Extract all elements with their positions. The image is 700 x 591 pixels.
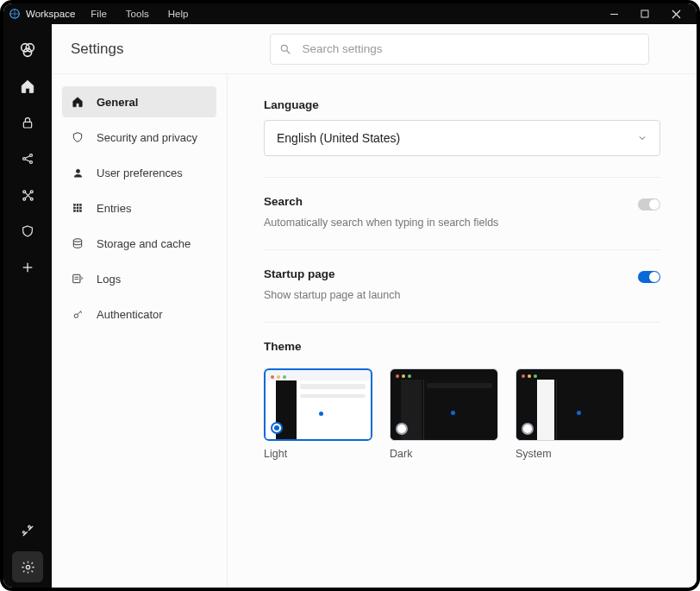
- section-theme: Theme Light: [264, 340, 660, 481]
- svg-line-22: [287, 50, 291, 53]
- svg-point-6: [26, 44, 34, 52]
- share-alt-icon: [21, 152, 34, 166]
- section-startup: Startup page Show startup page at launch: [264, 267, 660, 323]
- section-language: Language English (United States): [264, 98, 660, 178]
- sidebar-item-label: Logs: [97, 273, 121, 286]
- gear-icon: [21, 560, 35, 575]
- theme-thumb-light: [264, 368, 372, 441]
- main-area: Settings General Security and privacy: [52, 24, 697, 588]
- sidebar-item-logs[interactable]: Logs: [62, 263, 216, 294]
- settings-sidebar: General Security and privacy User prefer…: [52, 74, 228, 588]
- svg-rect-26: [80, 204, 82, 206]
- window-controls: [598, 3, 691, 24]
- search-toggle[interactable]: [638, 198, 660, 211]
- sidebar-item-label: Entries: [97, 202, 131, 215]
- topbar: Settings: [52, 24, 697, 74]
- sidebar-item-label: Security and privacy: [97, 131, 197, 144]
- rail-logo[interactable]: [12, 35, 43, 66]
- section-subtitle: Automatically search when typing in sear…: [264, 217, 638, 229]
- search-wrap: [270, 34, 649, 65]
- sidebar-item-general[interactable]: General: [62, 86, 216, 117]
- rail-graph[interactable]: [12, 179, 43, 211]
- svg-rect-27: [74, 207, 76, 209]
- rail-lock[interactable]: [12, 107, 43, 138]
- logo-icon: [18, 41, 37, 60]
- language-select[interactable]: English (United States): [264, 120, 660, 156]
- sidebar-item-label: Storage and cache: [97, 237, 191, 250]
- svg-rect-31: [77, 211, 78, 212]
- svg-point-11: [30, 161, 33, 164]
- sidebar-item-label: Authenticator: [97, 308, 163, 321]
- svg-line-12: [25, 156, 29, 159]
- menu-help[interactable]: Help: [168, 9, 189, 19]
- graph-icon: [21, 188, 35, 203]
- rail-home[interactable]: [12, 71, 43, 102]
- section-title: Startup page: [264, 267, 638, 280]
- theme-thumb-system: [516, 368, 624, 441]
- svg-rect-2: [641, 10, 648, 17]
- svg-point-9: [23, 158, 26, 160]
- sidebar-item-label: User preferences: [97, 167, 183, 179]
- shield-icon: [71, 130, 84, 144]
- sidebar-item-security[interactable]: Security and privacy: [62, 122, 216, 153]
- lock-icon: [21, 116, 34, 129]
- rail-add[interactable]: [12, 252, 43, 283]
- section-title: Theme: [264, 340, 660, 353]
- settings-panel: Language English (United States) Search …: [228, 74, 697, 588]
- rail-settings[interactable]: [12, 551, 43, 582]
- radio-icon: [396, 423, 408, 435]
- svg-rect-28: [77, 207, 78, 209]
- sidebar-item-entries[interactable]: Entries: [62, 192, 216, 223]
- rail-share[interactable]: [12, 143, 43, 174]
- section-subtitle: Show startup page at launch: [264, 289, 638, 301]
- user-icon: [71, 166, 84, 179]
- theme-option-dark[interactable]: Dark: [390, 368, 498, 460]
- app-logo-icon: [9, 8, 21, 20]
- section-title: Search: [264, 195, 638, 208]
- svg-point-10: [30, 154, 33, 157]
- svg-point-7: [23, 48, 31, 56]
- key-icon: [71, 307, 84, 321]
- sidebar-item-label: General: [97, 96, 138, 109]
- app-name: Workspace: [26, 9, 75, 19]
- sidebar-item-storage[interactable]: Storage and cache: [62, 228, 216, 259]
- theme-option-system[interactable]: System: [516, 368, 624, 460]
- svg-point-37: [74, 313, 78, 317]
- home-icon: [20, 79, 35, 94]
- startup-toggle[interactable]: [638, 271, 660, 283]
- svg-rect-8: [23, 122, 31, 128]
- search-input[interactable]: [270, 34, 649, 65]
- left-rail: [3, 24, 52, 588]
- shield-icon: [21, 224, 34, 238]
- sidebar-item-authenticator[interactable]: Authenticator: [62, 299, 216, 330]
- svg-point-21: [282, 45, 288, 51]
- menubar: Workspace File Tools Help: [3, 3, 697, 24]
- rail-tools[interactable]: [12, 515, 43, 546]
- svg-rect-24: [74, 204, 76, 206]
- tools-crossed-icon: [21, 524, 35, 538]
- sidebar-item-user-prefs[interactable]: User preferences: [62, 157, 216, 188]
- menu-tools[interactable]: Tools: [126, 9, 149, 19]
- radio-icon: [522, 423, 534, 435]
- maximize-button[interactable]: [629, 3, 660, 24]
- grid-icon: [71, 201, 84, 215]
- svg-rect-25: [77, 204, 78, 206]
- language-value: English (United States): [277, 131, 400, 145]
- search-icon: [279, 43, 291, 55]
- section-search: Search Automatically search when typing …: [264, 195, 660, 250]
- svg-rect-34: [73, 274, 80, 282]
- svg-rect-30: [74, 211, 76, 212]
- app-window: Workspace File Tools Help: [0, 0, 700, 591]
- svg-line-13: [25, 160, 29, 162]
- svg-rect-32: [80, 211, 82, 212]
- theme-option-light[interactable]: Light: [264, 368, 372, 460]
- svg-point-33: [73, 239, 81, 242]
- theme-label: System: [516, 448, 624, 460]
- database-icon: [71, 236, 84, 250]
- minimize-button[interactable]: [598, 3, 629, 24]
- menu-file[interactable]: File: [91, 9, 107, 19]
- logs-icon: [71, 272, 84, 286]
- rail-shield[interactable]: [12, 216, 43, 247]
- chevron-down-icon: [637, 133, 647, 143]
- close-button[interactable]: [660, 3, 691, 24]
